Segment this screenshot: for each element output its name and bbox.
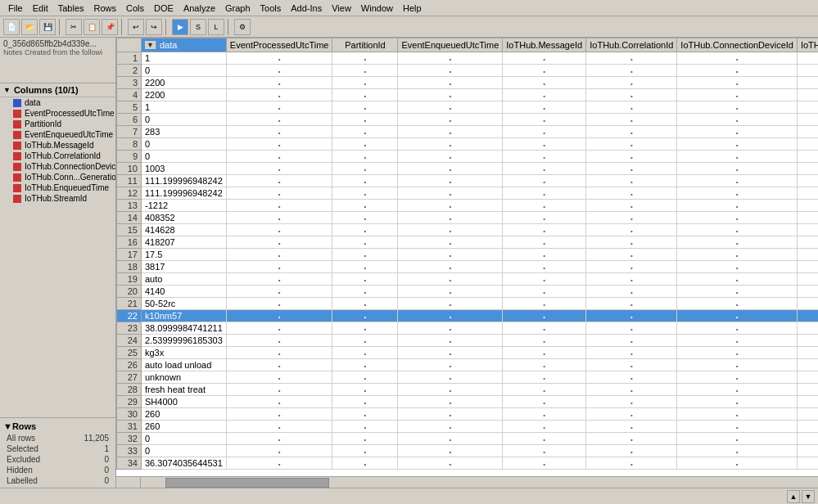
cell-dot: •: [797, 335, 818, 347]
save-button[interactable]: 💾: [39, 19, 56, 35]
table-row[interactable]: 101003•••••••: [117, 163, 819, 175]
table-row[interactable]: 320•••••••: [117, 433, 819, 445]
table-row[interactable]: 31260•••••••: [117, 421, 819, 433]
table-row[interactable]: 14408352•••••••: [117, 212, 819, 224]
column-icon-eventprocessed: [13, 110, 21, 118]
column-item-eventprocessed[interactable]: EventProcessedUtcTime: [0, 108, 115, 119]
status-btn-down[interactable]: ▼: [802, 490, 815, 503]
horizontal-scrollbar[interactable]: [116, 476, 818, 488]
cell-dot: •: [797, 445, 818, 457]
column-item-partitionid[interactable]: PartitionId: [0, 119, 115, 129]
table-row[interactable]: 90•••••••: [117, 151, 819, 163]
col-header-eventenqueued[interactable]: EventEnqueuedUtcTime: [398, 38, 503, 52]
col-header-data[interactable]: ▼ data: [142, 38, 227, 52]
menu-cols[interactable]: Cols: [121, 2, 149, 15]
col-header-conne[interactable]: IoTHub.Conne...: [797, 38, 818, 52]
log-button[interactable]: L: [208, 19, 224, 35]
table-row[interactable]: 16418207•••••••: [117, 236, 819, 249]
new-button[interactable]: 📄: [3, 19, 20, 35]
column-item-streamid[interactable]: IoTHub.StreamId: [0, 193, 115, 204]
copy-button[interactable]: 📋: [84, 19, 100, 35]
table-subtitle: Notes Created from the followi: [3, 48, 112, 56]
table-row[interactable]: 80•••••••: [117, 138, 819, 151]
table-row[interactable]: 29SH4000•••••••: [117, 396, 819, 408]
cell-dot: •: [503, 322, 586, 335]
col-header-partitionid[interactable]: PartitionId: [332, 38, 398, 52]
rows-section-header[interactable]: ▼ Rows: [0, 420, 115, 433]
cell-dot: •: [797, 200, 818, 212]
column-item-connectiondeviceid[interactable]: IoTHub.ConnectionDeviceId: [0, 161, 115, 172]
preferences-button[interactable]: ⚙: [234, 19, 251, 35]
status-btn-up[interactable]: ▲: [787, 490, 800, 503]
menu-doe[interactable]: DOE: [149, 2, 179, 15]
cut-button[interactable]: ✂: [66, 19, 82, 35]
cell-dot: •: [797, 138, 818, 151]
table-row[interactable]: 204140•••••••: [117, 286, 819, 298]
cell-dot: •: [398, 408, 503, 421]
table-row[interactable]: 28fresh heat treat•••••••: [117, 384, 819, 396]
table-row[interactable]: 11111.199996948242•••••••: [117, 175, 819, 187]
cell-dot: •: [332, 224, 398, 236]
menu-window[interactable]: Window: [356, 2, 398, 15]
menu-tables[interactable]: Tables: [53, 2, 89, 15]
menu-tools[interactable]: Tools: [255, 2, 287, 15]
menu-file[interactable]: File: [3, 2, 28, 15]
column-item-enqueuedtime[interactable]: IoTHub.EnqueuedTime: [0, 182, 115, 193]
column-item-eventenqueued[interactable]: EventEnqueuedUtcTime: [0, 129, 115, 140]
table-row[interactable]: 2338.0999984741211•••••••: [117, 322, 819, 335]
columns-section-header[interactable]: ▼ Columns (10/1): [0, 83, 115, 97]
table-row[interactable]: 20•••••••: [117, 65, 819, 77]
table-row[interactable]: 42200•••••••: [117, 89, 819, 101]
table-row[interactable]: 3436.3074035644531•••••••: [117, 457, 819, 470]
cell-dot: •: [332, 236, 398, 249]
cell-dot: •: [332, 457, 398, 470]
table-row[interactable]: 12111.199996948242•••••••: [117, 187, 819, 200]
open-button[interactable]: 📂: [21, 19, 38, 35]
col-header-connectiondeviceid[interactable]: IoTHub.ConnectionDeviceId: [677, 38, 798, 52]
redo-button[interactable]: ↪: [146, 19, 162, 35]
table-row[interactable]: 27unknown•••••••: [117, 371, 819, 384]
column-item-generationid[interactable]: IoTHub.Conn...GenerationId: [0, 172, 115, 182]
menu-addins[interactable]: Add-Ins: [286, 2, 327, 15]
table-row[interactable]: 26auto load unload•••••••: [117, 359, 819, 371]
col-header-correlationid[interactable]: IoTHub.CorrelationId: [586, 38, 677, 52]
table-row[interactable]: 183817•••••••: [117, 261, 819, 273]
table-row[interactable]: 51•••••••: [117, 101, 819, 114]
table-row[interactable]: 2150-52rc•••••••: [117, 298, 819, 310]
cell-dot: •: [398, 445, 503, 457]
table-row[interactable]: 19auto•••••••: [117, 273, 819, 286]
table-row[interactable]: 25kg3x•••••••: [117, 347, 819, 359]
table-row[interactable]: 60•••••••: [117, 114, 819, 126]
paste-button[interactable]: 📌: [102, 19, 118, 35]
table-row[interactable]: 30260•••••••: [117, 408, 819, 421]
table-row[interactable]: 1717.5•••••••: [117, 249, 819, 261]
script-button[interactable]: S: [190, 19, 206, 35]
table-row[interactable]: 15414628•••••••: [117, 224, 819, 236]
menu-view[interactable]: View: [327, 2, 356, 15]
table-row[interactable]: 11•••••••: [117, 52, 819, 65]
col-header-eventprocessed[interactable]: EventProcessedUtcTime: [226, 38, 332, 52]
col-header-messageid[interactable]: IoTHub.MessageId: [503, 38, 586, 52]
menu-graph[interactable]: Graph: [220, 2, 255, 15]
data-grid-wrapper[interactable]: ▼ data EventProcessedUtcTime PartitionId…: [116, 38, 818, 476]
table-row[interactable]: 7283•••••••: [117, 126, 819, 138]
column-item-messageid[interactable]: IoTHub.MessageId: [0, 140, 115, 151]
undo-button[interactable]: ↩: [128, 19, 144, 35]
menu-analyze[interactable]: Analyze: [179, 2, 220, 15]
menu-help[interactable]: Help: [398, 2, 427, 15]
column-item-data[interactable]: data: [0, 97, 115, 108]
menu-edit[interactable]: Edit: [28, 2, 53, 15]
run-button[interactable]: ▶: [172, 19, 188, 35]
table-row[interactable]: 242.53999996185303•••••••: [117, 335, 819, 347]
scroll-thumb[interactable]: [165, 478, 329, 488]
table-row[interactable]: 330•••••••: [117, 445, 819, 457]
table-row[interactable]: 22k10nm57•••••••: [117, 310, 819, 322]
row-number: 29: [117, 396, 142, 408]
menu-rows[interactable]: Rows: [89, 2, 122, 15]
menu-bar: File Edit Tables Rows Cols DOE Analyze G…: [0, 0, 818, 16]
cell-dot: •: [503, 52, 586, 65]
table-row[interactable]: 32200•••••••: [117, 77, 819, 89]
cell-dot: •: [398, 347, 503, 359]
table-row[interactable]: 13-1212•••••••: [117, 200, 819, 212]
column-item-correlationid[interactable]: IoTHub.CorrelationId: [0, 151, 115, 161]
